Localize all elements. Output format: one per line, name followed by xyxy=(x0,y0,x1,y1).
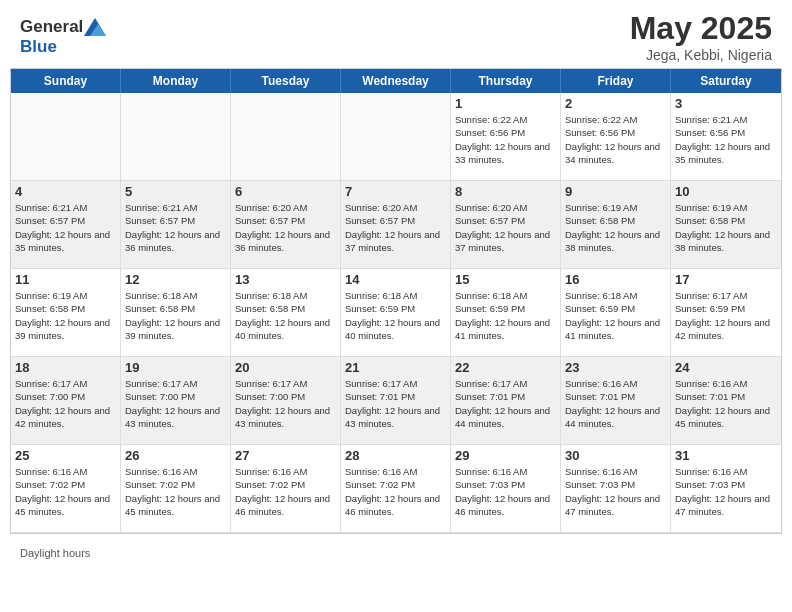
calendar-cell xyxy=(231,93,341,181)
calendar-cell: 24Sunrise: 6:16 AM Sunset: 7:01 PM Dayli… xyxy=(671,357,781,445)
day-number: 26 xyxy=(125,448,226,463)
calendar-cell: 7Sunrise: 6:20 AM Sunset: 6:57 PM Daylig… xyxy=(341,181,451,269)
day-number: 1 xyxy=(455,96,556,111)
cell-info: Sunrise: 6:19 AM Sunset: 6:58 PM Dayligh… xyxy=(15,289,116,342)
day-number: 8 xyxy=(455,184,556,199)
calendar-cell: 30Sunrise: 6:16 AM Sunset: 7:03 PM Dayli… xyxy=(561,445,671,533)
calendar-cell: 12Sunrise: 6:18 AM Sunset: 6:58 PM Dayli… xyxy=(121,269,231,357)
cell-info: Sunrise: 6:22 AM Sunset: 6:56 PM Dayligh… xyxy=(565,113,666,166)
calendar-cell: 6Sunrise: 6:20 AM Sunset: 6:57 PM Daylig… xyxy=(231,181,341,269)
day-number: 25 xyxy=(15,448,116,463)
calendar-cell: 5Sunrise: 6:21 AM Sunset: 6:57 PM Daylig… xyxy=(121,181,231,269)
day-number: 14 xyxy=(345,272,446,287)
cell-info: Sunrise: 6:21 AM Sunset: 6:57 PM Dayligh… xyxy=(15,201,116,254)
cell-info: Sunrise: 6:17 AM Sunset: 7:00 PM Dayligh… xyxy=(235,377,336,430)
calendar-cell: 10Sunrise: 6:19 AM Sunset: 6:58 PM Dayli… xyxy=(671,181,781,269)
calendar-cell: 27Sunrise: 6:16 AM Sunset: 7:02 PM Dayli… xyxy=(231,445,341,533)
day-header-sunday: Sunday xyxy=(11,69,121,93)
calendar-cell: 15Sunrise: 6:18 AM Sunset: 6:59 PM Dayli… xyxy=(451,269,561,357)
day-header-wednesday: Wednesday xyxy=(341,69,451,93)
calendar-cell: 26Sunrise: 6:16 AM Sunset: 7:02 PM Dayli… xyxy=(121,445,231,533)
day-number: 4 xyxy=(15,184,116,199)
calendar-cell xyxy=(11,93,121,181)
calendar-cell: 31Sunrise: 6:16 AM Sunset: 7:03 PM Dayli… xyxy=(671,445,781,533)
logo-general: General xyxy=(20,17,83,36)
cell-info: Sunrise: 6:16 AM Sunset: 7:02 PM Dayligh… xyxy=(125,465,226,518)
cell-info: Sunrise: 6:18 AM Sunset: 6:58 PM Dayligh… xyxy=(235,289,336,342)
cell-info: Sunrise: 6:21 AM Sunset: 6:57 PM Dayligh… xyxy=(125,201,226,254)
calendar-cell: 2Sunrise: 6:22 AM Sunset: 6:56 PM Daylig… xyxy=(561,93,671,181)
day-number: 23 xyxy=(565,360,666,375)
day-number: 29 xyxy=(455,448,556,463)
logo-blue: Blue xyxy=(20,37,57,56)
cell-info: Sunrise: 6:16 AM Sunset: 7:03 PM Dayligh… xyxy=(455,465,556,518)
day-number: 3 xyxy=(675,96,777,111)
day-number: 21 xyxy=(345,360,446,375)
day-number: 24 xyxy=(675,360,777,375)
day-number: 22 xyxy=(455,360,556,375)
cell-info: Sunrise: 6:17 AM Sunset: 7:00 PM Dayligh… xyxy=(15,377,116,430)
page-header: General Blue May 2025 Jega, Kebbi, Niger… xyxy=(0,0,792,68)
day-headers: SundayMondayTuesdayWednesdayThursdayFrid… xyxy=(11,69,781,93)
cell-info: Sunrise: 6:17 AM Sunset: 7:01 PM Dayligh… xyxy=(455,377,556,430)
calendar-cell: 20Sunrise: 6:17 AM Sunset: 7:00 PM Dayli… xyxy=(231,357,341,445)
cell-info: Sunrise: 6:16 AM Sunset: 7:01 PM Dayligh… xyxy=(565,377,666,430)
day-number: 12 xyxy=(125,272,226,287)
day-header-saturday: Saturday xyxy=(671,69,781,93)
cell-info: Sunrise: 6:19 AM Sunset: 6:58 PM Dayligh… xyxy=(675,201,777,254)
calendar-cell: 23Sunrise: 6:16 AM Sunset: 7:01 PM Dayli… xyxy=(561,357,671,445)
calendar-cell: 22Sunrise: 6:17 AM Sunset: 7:01 PM Dayli… xyxy=(451,357,561,445)
day-number: 15 xyxy=(455,272,556,287)
cell-info: Sunrise: 6:17 AM Sunset: 7:01 PM Dayligh… xyxy=(345,377,446,430)
day-number: 30 xyxy=(565,448,666,463)
cell-info: Sunrise: 6:16 AM Sunset: 7:02 PM Dayligh… xyxy=(345,465,446,518)
calendar-cell: 1Sunrise: 6:22 AM Sunset: 6:56 PM Daylig… xyxy=(451,93,561,181)
calendar-cell: 29Sunrise: 6:16 AM Sunset: 7:03 PM Dayli… xyxy=(451,445,561,533)
cell-info: Sunrise: 6:16 AM Sunset: 7:03 PM Dayligh… xyxy=(675,465,777,518)
day-number: 18 xyxy=(15,360,116,375)
calendar-cell: 16Sunrise: 6:18 AM Sunset: 6:59 PM Dayli… xyxy=(561,269,671,357)
day-number: 10 xyxy=(675,184,777,199)
day-header-tuesday: Tuesday xyxy=(231,69,341,93)
day-header-monday: Monday xyxy=(121,69,231,93)
calendar-cell: 28Sunrise: 6:16 AM Sunset: 7:02 PM Dayli… xyxy=(341,445,451,533)
calendar-cell: 21Sunrise: 6:17 AM Sunset: 7:01 PM Dayli… xyxy=(341,357,451,445)
calendar-cell: 18Sunrise: 6:17 AM Sunset: 7:00 PM Dayli… xyxy=(11,357,121,445)
title-section: May 2025 Jega, Kebbi, Nigeria xyxy=(630,10,772,63)
calendar-cell: 3Sunrise: 6:21 AM Sunset: 6:56 PM Daylig… xyxy=(671,93,781,181)
cell-info: Sunrise: 6:17 AM Sunset: 6:59 PM Dayligh… xyxy=(675,289,777,342)
cell-info: Sunrise: 6:18 AM Sunset: 6:59 PM Dayligh… xyxy=(455,289,556,342)
cell-info: Sunrise: 6:16 AM Sunset: 7:02 PM Dayligh… xyxy=(15,465,116,518)
cell-info: Sunrise: 6:20 AM Sunset: 6:57 PM Dayligh… xyxy=(455,201,556,254)
day-number: 27 xyxy=(235,448,336,463)
calendar-cell: 4Sunrise: 6:21 AM Sunset: 6:57 PM Daylig… xyxy=(11,181,121,269)
month-title: May 2025 xyxy=(630,10,772,47)
day-number: 28 xyxy=(345,448,446,463)
cell-info: Sunrise: 6:22 AM Sunset: 6:56 PM Dayligh… xyxy=(455,113,556,166)
calendar-cell: 13Sunrise: 6:18 AM Sunset: 6:58 PM Dayli… xyxy=(231,269,341,357)
day-number: 20 xyxy=(235,360,336,375)
calendar: SundayMondayTuesdayWednesdayThursdayFrid… xyxy=(10,68,782,534)
day-number: 7 xyxy=(345,184,446,199)
calendar-cell: 8Sunrise: 6:20 AM Sunset: 6:57 PM Daylig… xyxy=(451,181,561,269)
calendar-cell: 14Sunrise: 6:18 AM Sunset: 6:59 PM Dayli… xyxy=(341,269,451,357)
cell-info: Sunrise: 6:16 AM Sunset: 7:01 PM Dayligh… xyxy=(675,377,777,430)
day-number: 2 xyxy=(565,96,666,111)
day-number: 6 xyxy=(235,184,336,199)
location: Jega, Kebbi, Nigeria xyxy=(630,47,772,63)
cell-info: Sunrise: 6:18 AM Sunset: 6:58 PM Dayligh… xyxy=(125,289,226,342)
cell-info: Sunrise: 6:16 AM Sunset: 7:02 PM Dayligh… xyxy=(235,465,336,518)
footer: Daylight hours xyxy=(0,539,792,565)
calendar-cell: 9Sunrise: 6:19 AM Sunset: 6:58 PM Daylig… xyxy=(561,181,671,269)
calendar-cell xyxy=(121,93,231,181)
day-number: 31 xyxy=(675,448,777,463)
cell-info: Sunrise: 6:20 AM Sunset: 6:57 PM Dayligh… xyxy=(345,201,446,254)
day-number: 19 xyxy=(125,360,226,375)
calendar-cell: 17Sunrise: 6:17 AM Sunset: 6:59 PM Dayli… xyxy=(671,269,781,357)
cell-info: Sunrise: 6:18 AM Sunset: 6:59 PM Dayligh… xyxy=(345,289,446,342)
cell-info: Sunrise: 6:21 AM Sunset: 6:56 PM Dayligh… xyxy=(675,113,777,166)
calendar-grid: 1Sunrise: 6:22 AM Sunset: 6:56 PM Daylig… xyxy=(11,93,781,533)
cell-info: Sunrise: 6:17 AM Sunset: 7:00 PM Dayligh… xyxy=(125,377,226,430)
day-header-thursday: Thursday xyxy=(451,69,561,93)
day-number: 13 xyxy=(235,272,336,287)
